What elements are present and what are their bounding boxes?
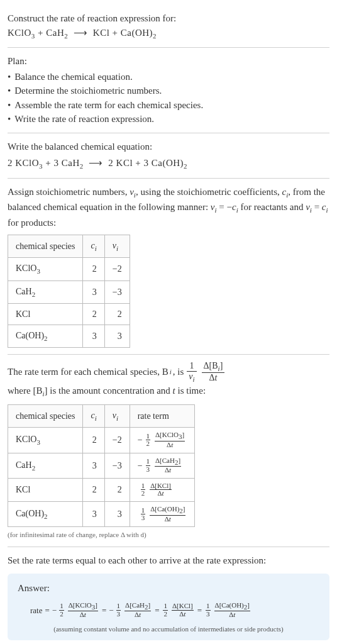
rate-intro-frac1: 1νi [187, 361, 196, 382]
stoich-section: Assign stoichiometric numbers, νi, using… [8, 179, 329, 355]
v-cell: −3 [104, 453, 130, 478]
answer-rate-expression: rate=−12Δ[KClO3]Δt=−13Δ[CaH2]Δt=12Δ[KCl]… [18, 602, 319, 619]
unbalanced-equation: KClO3 + CaH2 ⟶ KCl + Ca(OH)2 [8, 26, 329, 42]
plan-item-text: Determine the stoichiometric numbers. [14, 84, 162, 98]
plan-item: •Balance the chemical equation. [8, 70, 329, 84]
species-cell: KClO3 [8, 258, 83, 280]
c-cell: 3 [83, 325, 104, 347]
rate-term-cell: 13Δ[Ca(OH)2]Δt [130, 501, 195, 526]
answer-label: Answer: [18, 581, 319, 596]
table-row: KCl2212Δ[KCl]Δt [8, 478, 195, 501]
v-cell: −2 [104, 428, 130, 453]
equals: = [102, 604, 106, 617]
plan-list: •Balance the chemical equation.•Determin… [8, 70, 329, 126]
rate-term: 13Δ[Ca(OH)2]Δt [204, 602, 251, 619]
equals: = [197, 604, 202, 617]
plan-item-text: Assemble the rate term for each chemical… [14, 98, 203, 113]
table-row: CaH23−3 [8, 280, 130, 303]
rate-term-cell: 12Δ[KCl]Δt [130, 478, 195, 501]
table-header: chemical species [8, 235, 83, 258]
c-cell: 3 [83, 280, 104, 303]
rate-intro: The rate term for each chemical species,… [8, 361, 329, 399]
final-section: Set the rate terms equal to each other t… [8, 547, 329, 641]
plan-item-text: Write the rate of reaction expression. [14, 112, 154, 126]
table-row: Ca(OH)233 [8, 325, 130, 347]
answer-box: Answer: rate=−12Δ[KClO3]Δt=−13Δ[CaH2]Δt=… [8, 574, 329, 640]
v-cell: 2 [104, 303, 130, 325]
table-row: KCl22 [8, 303, 130, 325]
answer-note: (assuming constant volume and no accumul… [18, 624, 319, 635]
c-cell: 2 [83, 258, 104, 280]
table-note: (for infinitesimal rate of change, repla… [8, 530, 329, 540]
c-cell: 3 [83, 453, 104, 478]
table-header: rate term [130, 404, 195, 427]
bullet-icon: • [8, 70, 11, 84]
species-cell: Ca(OH)2 [8, 501, 83, 526]
table-header: ci [83, 404, 104, 427]
c-cell: 2 [83, 303, 104, 325]
table-header: νi [104, 235, 130, 258]
stoich-table: chemical speciesciνiKClO32−2CaH23−3KCl22… [8, 235, 130, 348]
rate-term: 12Δ[KCl]Δt [162, 602, 194, 618]
equals: = [155, 604, 159, 617]
plan-item-text: Balance the chemical equation. [14, 70, 132, 84]
final-intro: Set the rate terms equal to each other t… [8, 553, 329, 568]
equals: = [45, 604, 49, 617]
rate-intro-mid: , is [173, 365, 184, 379]
species-cell: KCl [8, 478, 83, 501]
problem-statement: Construct the rate of reaction expressio… [8, 5, 329, 48]
rate-term-section: The rate term for each chemical species,… [8, 355, 329, 547]
table-row: Ca(OH)23313Δ[Ca(OH)2]Δt [8, 501, 195, 526]
bullet-icon: • [8, 84, 11, 98]
rate-term: −13Δ[CaH2]Δt [109, 602, 152, 619]
table-row: KClO32−2−12Δ[KClO3]Δt [8, 428, 195, 453]
species-cell: CaH2 [8, 453, 83, 478]
balanced-section: Write the balanced chemical equation: 2 … [8, 133, 329, 179]
plan-header: Plan: [8, 54, 329, 69]
plan-item: •Determine the stoichiometric numbers. [8, 84, 329, 98]
c-cell: 2 [83, 428, 104, 453]
species-cell: KCl [8, 303, 83, 325]
v-cell: 3 [104, 501, 130, 526]
rate-term-cell: −12Δ[KClO3]Δt [130, 428, 195, 453]
v-cell: 2 [104, 478, 130, 501]
rate-intro-pre: The rate term for each chemical species,… [8, 365, 168, 379]
rate-intro-post: where [Bi] is the amount concentration a… [8, 384, 206, 399]
table-row: KClO32−2 [8, 258, 130, 280]
table-row: CaH23−3−13Δ[CaH2]Δt [8, 453, 195, 478]
plan-item: •Write the rate of reaction expression. [8, 112, 329, 126]
bullet-icon: • [8, 98, 11, 113]
rate-term-cell: −13Δ[CaH2]Δt [130, 453, 195, 478]
species-cell: KClO3 [8, 428, 83, 453]
species-cell: CaH2 [8, 280, 83, 303]
balanced-intro: Write the balanced chemical equation: [8, 140, 329, 154]
c-cell: 3 [83, 501, 104, 526]
c-cell: 2 [83, 478, 104, 501]
v-cell: −2 [104, 258, 130, 280]
rate-intro-frac2: Δ[Bi]Δt [202, 361, 225, 382]
bullet-icon: • [8, 112, 11, 126]
rate-term: −12Δ[KClO3]Δt [52, 602, 99, 619]
plan-item: •Assemble the rate term for each chemica… [8, 98, 329, 113]
plan-section: Plan: •Balance the chemical equation.•De… [8, 48, 329, 133]
rate-term-table: chemical speciesciνirate termKClO32−2−12… [8, 404, 195, 527]
v-cell: −3 [104, 280, 130, 303]
table-header: ci [83, 235, 104, 258]
title: Construct the rate of reaction expressio… [8, 11, 329, 26]
balanced-equation: 2 KClO3 + 3 CaH2 ⟶ 2 KCl + 3 Ca(OH)2 [8, 156, 329, 172]
stoich-intro: Assign stoichiometric numbers, νi, using… [8, 185, 329, 230]
species-cell: Ca(OH)2 [8, 325, 83, 347]
v-cell: 3 [104, 325, 130, 347]
rate-label: rate [30, 604, 42, 617]
table-header: νi [104, 404, 130, 427]
table-header: chemical species [8, 404, 83, 427]
